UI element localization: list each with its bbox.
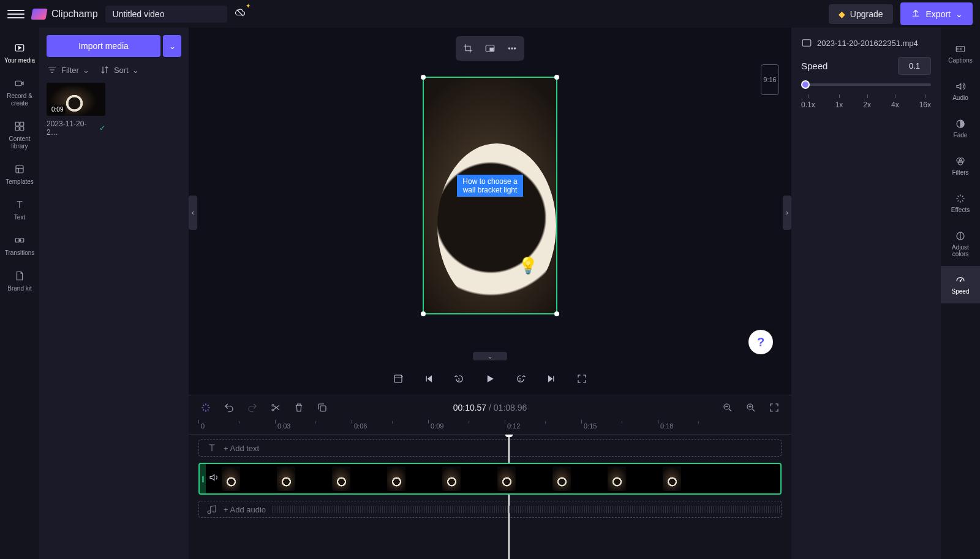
- more-options-button[interactable]: [502, 39, 522, 58]
- resize-handle-br[interactable]: [554, 311, 559, 316]
- timeline-ruler[interactable]: 0 0:03 0:06 0:09 0:12 0:15 0:18: [189, 420, 791, 435]
- hamburger-menu[interactable]: [7, 6, 24, 23]
- center-area: 9:16 ‹ › How to choose a wall bracket li…: [189, 28, 791, 559]
- upload-icon: [910, 7, 921, 20]
- collapse-timeline[interactable]: ⌄: [473, 352, 507, 360]
- transitions-icon: [13, 234, 26, 247]
- resize-handle-bl[interactable]: [421, 311, 426, 316]
- clip-thumbnail: 0:09: [47, 83, 105, 116]
- delete-button[interactable]: [292, 400, 306, 415]
- rightnav: Captions Audio Fade Filters Effects Adju…: [941, 28, 980, 559]
- zoom-in-button[interactable]: [744, 400, 758, 415]
- nav-text[interactable]: Text: [0, 192, 39, 227]
- preview-frame[interactable]: How to choose a wall bracket light 💡: [423, 77, 557, 314]
- svg-rect-22: [320, 406, 326, 411]
- clip-trim-handle[interactable]: ‖: [200, 464, 206, 493]
- nav-templates[interactable]: Templates: [0, 156, 39, 192]
- svg-text:5: 5: [458, 378, 460, 381]
- svg-line-29: [752, 409, 755, 411]
- audio-icon: [955, 81, 966, 92]
- audio-waveform: [272, 506, 781, 513]
- play-button[interactable]: [480, 369, 500, 389]
- duplicate-button[interactable]: [315, 400, 330, 415]
- clipchamp-icon: [31, 9, 47, 20]
- svg-rect-2: [15, 81, 21, 86]
- clip-icon: [801, 37, 812, 48]
- ai-sparkle-button[interactable]: [198, 400, 213, 415]
- text-icon: [206, 443, 217, 454]
- tab-adjust-colors[interactable]: Adjust colors: [941, 222, 980, 266]
- sort-button[interactable]: Sort ⌄: [99, 64, 139, 75]
- nav-transitions[interactable]: Transitions: [0, 227, 39, 263]
- tab-filters[interactable]: Filters: [941, 147, 980, 184]
- total-time: 01:08.96: [494, 403, 527, 413]
- undo-button[interactable]: [222, 400, 236, 415]
- color-grab-button[interactable]: [388, 369, 408, 389]
- tab-captions[interactable]: Captions: [941, 35, 980, 72]
- svg-rect-17: [394, 375, 402, 382]
- chevron-down-icon: ⌄: [956, 9, 963, 19]
- svg-rect-5: [15, 127, 19, 131]
- cloud-sync-icon[interactable]: [235, 7, 246, 21]
- svg-point-16: [514, 48, 515, 49]
- app-logo[interactable]: Clipchamp: [32, 9, 98, 20]
- resize-handle-tr[interactable]: [554, 75, 559, 80]
- crop-button[interactable]: [458, 39, 478, 58]
- svg-point-20: [272, 405, 274, 406]
- speed-tick-labels: 0.1x 1x 2x 4x 16x: [801, 101, 931, 109]
- rewind-5s-button[interactable]: 5: [450, 369, 469, 389]
- nav-record-create[interactable]: Record & create: [0, 70, 39, 113]
- timeline-toolbar: 00:10.57 / 01:08.96: [189, 395, 791, 420]
- library-icon: [13, 120, 26, 133]
- resize-handle-tl[interactable]: [421, 75, 426, 80]
- nav-content-library[interactable]: Content library: [0, 113, 39, 156]
- speed-icon: [955, 275, 966, 286]
- clip-audio-icon[interactable]: [208, 472, 219, 485]
- clip-name: 2023-11-20-2…: [47, 120, 97, 137]
- import-dropdown[interactable]: ⌄: [163, 35, 181, 57]
- chevron-down-icon: ⌄: [83, 66, 89, 75]
- video-track[interactable]: ‖: [198, 463, 782, 495]
- collapse-right-panel[interactable]: ›: [783, 196, 791, 230]
- tab-speed[interactable]: Speed: [941, 266, 980, 303]
- fullscreen-button[interactable]: [572, 369, 592, 389]
- speed-slider-thumb[interactable]: [801, 80, 810, 89]
- timeline: 00:10.57 / 01:08.96 0 0:03 0:06 0:09 0: [189, 395, 791, 559]
- diamond-icon: ◆: [839, 9, 845, 19]
- svg-text:5: 5: [519, 378, 521, 381]
- skip-back-button[interactable]: [419, 369, 439, 389]
- split-button[interactable]: [268, 400, 283, 415]
- timeline-time: 00:10.57 / 01:08.96: [453, 403, 527, 413]
- tab-fade[interactable]: Fade: [941, 110, 980, 147]
- speed-input[interactable]: [898, 57, 931, 75]
- import-media-button[interactable]: Import media: [47, 35, 160, 57]
- forward-5s-button[interactable]: 5: [511, 369, 530, 389]
- filter-button[interactable]: Filter ⌄: [47, 64, 89, 75]
- redo-button[interactable]: [245, 400, 260, 415]
- tab-audio[interactable]: Audio: [941, 72, 980, 110]
- text-track[interactable]: + Add text: [198, 439, 782, 457]
- media-clip[interactable]: 0:09 2023-11-20-2… ✓: [47, 83, 105, 137]
- project-title-input[interactable]: [105, 6, 227, 23]
- collapse-left-panel[interactable]: ‹: [189, 196, 197, 230]
- audio-track[interactable]: + Add audio: [198, 501, 782, 518]
- check-icon: ✓: [99, 124, 105, 132]
- export-button[interactable]: Export ⌄: [900, 2, 973, 25]
- skip-forward-button[interactable]: [541, 369, 561, 389]
- upgrade-button[interactable]: ◆ Upgrade: [829, 4, 893, 24]
- nav-brand-kit[interactable]: Brand kit: [0, 263, 39, 299]
- preview-area: 9:16 ‹ › How to choose a wall bracket li…: [189, 28, 791, 363]
- aspect-ratio-selector[interactable]: 9:16: [761, 64, 779, 95]
- video-preview: How to choose a wall bracket light 💡: [424, 78, 556, 313]
- tab-effects[interactable]: Effects: [941, 184, 980, 222]
- svg-point-38: [960, 281, 961, 282]
- record-icon: [13, 77, 26, 90]
- speed-slider[interactable]: [801, 83, 931, 86]
- zoom-out-button[interactable]: [720, 400, 735, 415]
- nav-your-media[interactable]: Your media: [0, 35, 39, 70]
- help-button[interactable]: ?: [748, 330, 773, 354]
- pip-button[interactable]: [480, 39, 500, 58]
- svg-rect-30: [802, 40, 811, 47]
- zoom-fit-button[interactable]: [767, 400, 782, 415]
- playhead[interactable]: [508, 435, 510, 559]
